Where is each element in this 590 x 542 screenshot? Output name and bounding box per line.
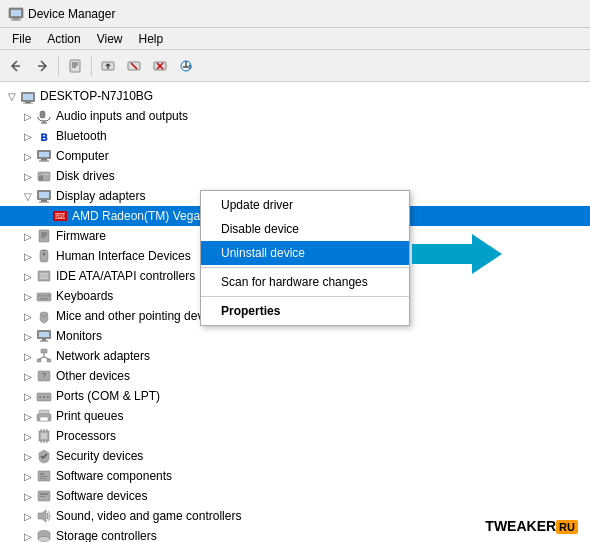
context-scan-hardware[interactable]: Scan for hardware changes: [201, 270, 409, 294]
ports-expand-arrow: ▷: [20, 388, 36, 404]
root-icon: [20, 88, 36, 104]
svg-rect-32: [41, 200, 47, 202]
disk-label: Disk drives: [56, 169, 115, 183]
svg-rect-25: [41, 159, 47, 161]
arrow-indicator: [412, 234, 502, 280]
svg-rect-3: [11, 19, 21, 20]
title-bar-text: Device Manager: [28, 7, 115, 21]
processors-label: Processors: [56, 429, 116, 443]
context-separator-2: [201, 296, 409, 297]
monitors-icon: [36, 328, 52, 344]
bluetooth-icon: ʙ: [36, 128, 52, 144]
processors-icon: [36, 428, 52, 444]
toolbar: [0, 50, 590, 82]
computer-icon: [36, 148, 52, 164]
svg-point-73: [47, 396, 49, 398]
forward-button[interactable]: [30, 54, 54, 78]
svg-point-71: [39, 396, 41, 398]
storage-icon: [36, 528, 52, 542]
svg-rect-26: [39, 161, 49, 162]
svg-rect-37: [39, 230, 49, 242]
svg-rect-74: [39, 410, 49, 414]
back-button[interactable]: [4, 54, 28, 78]
softwarecomp-icon: [36, 468, 52, 484]
svg-rect-18: [25, 102, 31, 103]
softwarecomp-label: Software components: [56, 469, 172, 483]
audio-expand-arrow: ▷: [20, 108, 36, 124]
firmware-label: Firmware: [56, 229, 106, 243]
svg-rect-60: [42, 339, 46, 341]
update-driver-button[interactable]: [96, 54, 120, 78]
svg-rect-87: [40, 476, 48, 477]
audio-icon: [36, 108, 52, 124]
keyboard-icon: [36, 288, 52, 304]
tree-item-processors[interactable]: ▷ Processors: [0, 426, 590, 446]
menu-file[interactable]: File: [4, 30, 39, 48]
tree-item-ports[interactable]: ▷ Ports (COM & LPT): [0, 386, 590, 406]
tree-root[interactable]: ▽ DESKTOP-N7J10BG: [0, 86, 590, 106]
sound-expand-arrow: ▷: [20, 508, 36, 524]
security-label: Security devices: [56, 449, 143, 463]
context-update-driver[interactable]: Update driver: [201, 193, 409, 217]
properties-button[interactable]: [63, 54, 87, 78]
network-label: Network adapters: [56, 349, 150, 363]
context-properties[interactable]: Properties: [201, 299, 409, 323]
uninstall-device-button[interactable]: [148, 54, 172, 78]
hid-icon: [36, 248, 52, 264]
svg-rect-41: [40, 250, 48, 262]
print-icon: [36, 408, 52, 424]
mice-expand-arrow: ▷: [20, 308, 36, 324]
tree-item-softwaredev[interactable]: ▷ Software devices: [0, 486, 590, 506]
tree-item-security[interactable]: ▷ Security devices: [0, 446, 590, 466]
display-expand-arrow: ▽: [20, 188, 36, 204]
context-disable-device[interactable]: Disable device: [201, 217, 409, 241]
svg-rect-4: [70, 60, 80, 72]
svg-rect-42: [42, 250, 46, 251]
other-expand-arrow: ▷: [20, 368, 36, 384]
computer-expand-arrow: ▷: [20, 148, 36, 164]
svg-rect-59: [39, 332, 49, 337]
tree-item-other[interactable]: ▷ ? Other devices: [0, 366, 590, 386]
hid-label: Human Interface Devices: [56, 249, 191, 263]
sound-label: Sound, video and game controllers: [56, 509, 241, 523]
security-icon: [36, 448, 52, 464]
svg-rect-91: [40, 496, 45, 497]
svg-rect-90: [40, 493, 48, 495]
display-icon: [36, 188, 52, 204]
hid-expand-arrow: ▷: [20, 248, 36, 264]
svg-rect-63: [37, 359, 41, 362]
svg-line-67: [44, 357, 49, 359]
tree-item-bluetooth[interactable]: ▷ ʙ Bluetooth: [0, 126, 590, 146]
svg-marker-109: [412, 234, 502, 274]
tree-item-audio[interactable]: ▷ Audio inputs and outputs: [0, 106, 590, 126]
svg-rect-64: [47, 359, 51, 362]
tree-item-softwarecomp[interactable]: ▷ Software components: [0, 466, 590, 486]
other-label: Other devices: [56, 369, 130, 383]
title-bar-icon: [8, 6, 24, 22]
keyboard-expand-arrow: ▷: [20, 288, 36, 304]
tree-item-print[interactable]: ▷ Print queues: [0, 406, 590, 426]
svg-rect-49: [37, 293, 51, 301]
root-expand-arrow: ▽: [4, 88, 20, 104]
disable-device-button[interactable]: [122, 54, 146, 78]
main-area: ▽ DESKTOP-N7J10BG ▷: [0, 82, 590, 542]
tree-item-computer[interactable]: ▷ Computer: [0, 146, 590, 166]
storage-expand-arrow: ▷: [20, 528, 36, 542]
processors-expand-arrow: ▷: [20, 428, 36, 444]
tree-item-monitors[interactable]: ▷ Monitors: [0, 326, 590, 346]
sound-icon: [36, 508, 52, 524]
scan-hardware-button[interactable]: [174, 54, 198, 78]
watermark-text: TWEAKER: [485, 518, 556, 534]
svg-point-95: [38, 537, 50, 542]
softwaredev-icon: [36, 488, 52, 504]
tree-item-disk[interactable]: ▷ Disk drives: [0, 166, 590, 186]
menu-view[interactable]: View: [89, 30, 131, 48]
context-uninstall-device[interactable]: Uninstall device: [201, 241, 409, 265]
monitors-expand-arrow: ▷: [20, 328, 36, 344]
menu-help[interactable]: Help: [131, 30, 172, 48]
tree-item-network[interactable]: ▷ Network adapters: [0, 346, 590, 366]
svg-rect-53: [48, 295, 50, 297]
svg-rect-54: [40, 298, 48, 300]
menu-action[interactable]: Action: [39, 30, 88, 48]
ports-label: Ports (COM & LPT): [56, 389, 160, 403]
